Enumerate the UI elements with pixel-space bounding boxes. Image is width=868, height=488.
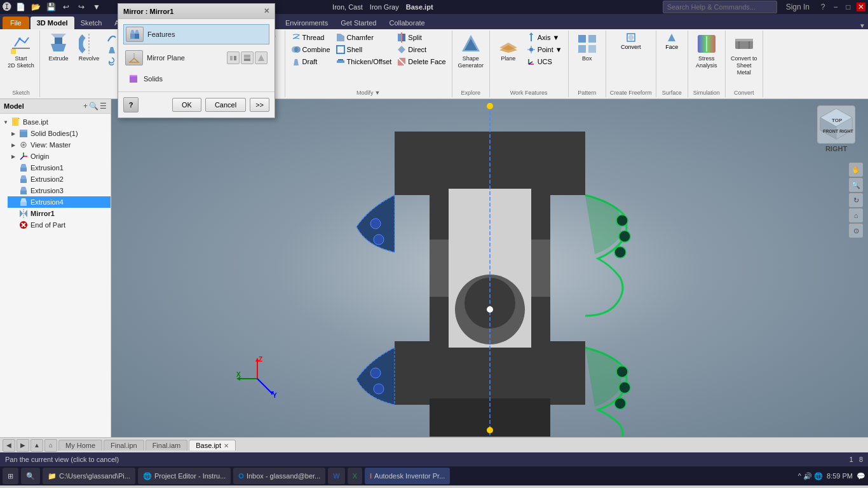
notification-icon[interactable]: 💬 [857, 472, 865, 480]
signin-button[interactable]: Sign In [781, 1, 815, 13]
nav-cube-box[interactable]: TOP FRONT RIGHT [817, 105, 855, 144]
close-button[interactable]: ✕ [857, 3, 865, 11]
svg-marker-65 [20, 164, 27, 168]
tab-nav-next-icon[interactable]: ▶ [17, 439, 29, 452]
tree-item-baseipt[interactable]: ▼ Base.ipt [0, 116, 111, 128]
tab-nav-prev-icon[interactable]: ◀ [3, 439, 15, 452]
zoom-icon[interactable]: 🔍 [849, 178, 863, 192]
ucs-button[interactable]: UCS [524, 56, 564, 67]
quick-access-redo[interactable]: ↪ [75, 1, 88, 13]
svg-line-113 [257, 379, 272, 393]
point-button[interactable]: Point ▼ [524, 44, 564, 55]
axis-button[interactable]: Axis ▼ [524, 32, 564, 43]
svg-rect-123 [234, 56, 236, 60]
start-2d-sketch-button[interactable]: Start2D Sketch [6, 32, 36, 71]
browser-options-icon[interactable]: ☰ [100, 102, 107, 111]
plane-button[interactable]: Plane [494, 32, 523, 64]
tab-base-ipt[interactable]: Base.ipt ✕ [189, 440, 236, 451]
search-input[interactable] [663, 1, 777, 13]
tab-getstarted[interactable]: Get Started [334, 17, 383, 29]
tree-item-origin[interactable]: ▶ Origin [8, 151, 111, 162]
thicken-offset-button[interactable]: Thicken/Offset [334, 56, 394, 67]
material-preset-label: Iron, Cast [332, 3, 363, 11]
tab-collaborate[interactable]: Collaborate [383, 17, 431, 29]
revolve-button[interactable]: Revolve [74, 32, 104, 64]
extrude-button[interactable]: Extrude [44, 32, 73, 64]
color-style-label: Iron Gray [370, 3, 399, 11]
full-nav-wheel-icon[interactable]: ⊙ [849, 224, 863, 238]
tab-sketch[interactable]: Sketch [74, 17, 109, 29]
minimize-button[interactable]: − [831, 3, 840, 11]
direct-button[interactable]: Direct [395, 44, 447, 55]
chrome-button[interactable]: 🌐 Project Editor - Instru... [138, 468, 231, 484]
shell-button[interactable]: Shell [334, 44, 394, 55]
browser-search-icon[interactable]: 🔍 [89, 102, 98, 111]
split-button[interactable]: Split [395, 32, 447, 43]
tab-3dmodel[interactable]: 3D Model [31, 17, 74, 29]
ribbon-options-icon[interactable]: ▼ [859, 22, 865, 29]
mirror-plane-icon3[interactable] [255, 51, 268, 64]
outlook-button[interactable]: O Inbox - glassand@ber... [233, 468, 325, 484]
next-button[interactable]: >> [250, 98, 269, 112]
combine-button[interactable]: Combine [289, 44, 332, 55]
chamfer-button[interactable]: Chamfer [334, 32, 394, 43]
start-button[interactable]: ⊞ [3, 468, 18, 484]
ok-button[interactable]: OK [172, 98, 201, 112]
tab-nav-home-icon[interactable]: ⌂ [44, 439, 57, 452]
shape-generator-button[interactable]: ShapeGenerator [456, 32, 485, 71]
mirror-plane-selector-button[interactable] [125, 50, 143, 65]
inventor-button[interactable]: I Autodesk Inventor Pr... [365, 468, 450, 484]
tree-item-extrusion2[interactable]: Extrusion2 [8, 173, 111, 185]
word-button[interactable]: W [328, 468, 344, 484]
draft-button[interactable]: Draft [289, 56, 332, 67]
quick-access-save[interactable]: 💾 [44, 1, 57, 13]
tree-item-mirror1[interactable]: Mirror1 [8, 208, 111, 219]
tree-item-solid-bodies[interactable]: ▶ Solid Bodies(1) [8, 128, 111, 139]
tab-close-icon[interactable]: ✕ [224, 442, 229, 449]
tree-item-end-of-part[interactable]: End of Part [8, 219, 111, 231]
tree-item-extrusion3[interactable]: Extrusion3 [8, 185, 111, 196]
tree-item-view-master[interactable]: ▶ View: Master [8, 139, 111, 151]
mirror-dialog-close-button[interactable]: ✕ [264, 7, 269, 15]
face-button[interactable]: Face [663, 32, 680, 51]
svg-rect-128 [130, 75, 137, 77]
svg-rect-22 [338, 59, 343, 60]
taskbar-left: ⊞ 🔍 📁 C:\Users\glassand\Pi... 🌐 Project … [3, 468, 450, 484]
tab-environments[interactable]: Environments [279, 17, 334, 29]
delete-face-button[interactable]: Delete Face [395, 56, 447, 67]
features-selector-button[interactable] [126, 27, 144, 42]
tab-nav-up-icon[interactable]: ▲ [31, 439, 43, 452]
quick-access-undo[interactable]: ↩ [60, 1, 72, 13]
pan-icon[interactable]: ✋ [849, 163, 863, 177]
navigation-cube[interactable]: TOP FRONT RIGHT RIGHT [811, 105, 862, 156]
help-button[interactable]: ? [123, 97, 139, 112]
orbit-icon[interactable]: ↻ [849, 193, 863, 207]
viewport[interactable]: TOP FRONT RIGHT RIGHT ✋ 🔍 ↻ ⌂ ⊙ Z [111, 99, 868, 437]
convert-freeform-button[interactable]: Convert [615, 32, 647, 51]
excel-button[interactable]: X [348, 468, 362, 484]
tree-item-extrusion1[interactable]: Extrusion1 [8, 162, 111, 173]
convert-sheet-metal-button[interactable]: Convert toSheet Metal [729, 32, 759, 78]
search-button[interactable]: 🔍 [21, 468, 40, 484]
tab-final-ipn[interactable]: Final.ipn [104, 440, 144, 451]
stress-analysis-button[interactable]: StressAnalysis [692, 32, 721, 71]
help-icon[interactable]: ? [818, 3, 827, 11]
thread-button[interactable]: Thread [289, 32, 332, 43]
mirror-plane-icon1[interactable] [227, 51, 240, 64]
mirror-plane-icon2[interactable] [241, 51, 254, 64]
tab-my-home[interactable]: My Home [58, 440, 102, 451]
maximize-button[interactable]: □ [844, 3, 853, 11]
box-pattern-button[interactable]: Box [573, 32, 602, 64]
tab-final-iam[interactable]: Final.iam [146, 440, 188, 451]
tab-file[interactable]: File [3, 17, 29, 29]
home-view-icon[interactable]: ⌂ [849, 208, 863, 222]
cancel-button[interactable]: Cancel [205, 98, 246, 112]
quick-access-more[interactable]: ▼ [90, 1, 103, 13]
browser-add-icon[interactable]: + [83, 102, 88, 111]
quick-access-new[interactable]: 📄 [14, 1, 27, 13]
outlook-label: Inbox - glassand@ber... [247, 472, 320, 480]
tree-item-extrusion4[interactable]: Extrusion4 [8, 196, 111, 208]
quick-access-open[interactable]: 📂 [29, 1, 42, 13]
modify-expand-icon[interactable]: ▼ [374, 90, 380, 96]
file-explorer-button[interactable]: 📁 C:\Users\glassand\Pi... [43, 468, 135, 484]
